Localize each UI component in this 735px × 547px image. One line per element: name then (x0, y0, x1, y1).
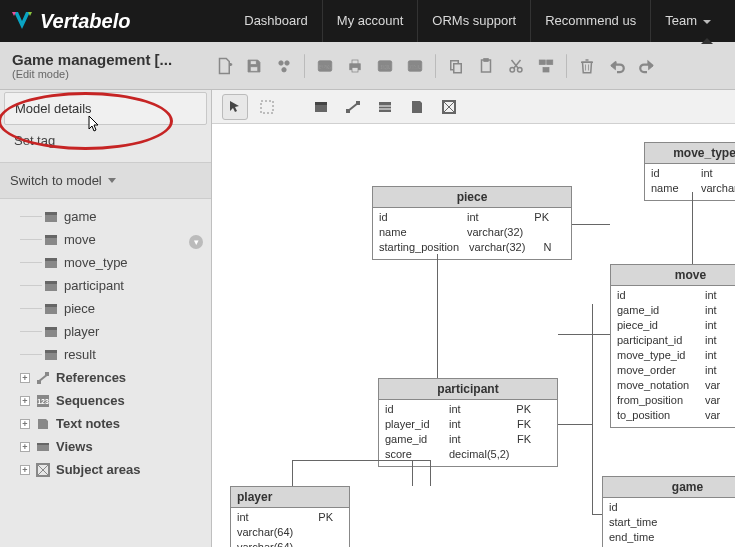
nav-my-account[interactable]: My account (322, 0, 417, 42)
svg-rect-29 (45, 212, 57, 215)
paste-button[interactable] (474, 54, 498, 78)
pointer-tool[interactable] (222, 94, 248, 120)
switch-label: Switch to model (10, 173, 102, 188)
delete-button[interactable] (575, 54, 599, 78)
toolbar-separator (304, 54, 305, 78)
diagram-canvas[interactable]: piece idintPK namevarchar(32) starting_p… (212, 124, 735, 547)
svg-point-6 (285, 60, 290, 65)
entity-header: move_type (645, 143, 735, 164)
area-icon (36, 463, 50, 477)
share-button[interactable] (272, 54, 296, 78)
expand-icon[interactable]: + (20, 396, 30, 406)
set-tag-menuitem[interactable]: Set tag (4, 125, 207, 156)
tree-group-subject-areas[interactable]: +Subject areas (20, 458, 207, 481)
edit-mode-label: (Edit mode) (12, 68, 206, 80)
svg-rect-49 (261, 101, 273, 113)
relationship-line (692, 192, 693, 264)
svg-text:PNG: PNG (319, 64, 330, 70)
entity-move[interactable]: move idint game_idint piece_idint partic… (610, 264, 735, 428)
sidebar: Model details Set tag Switch to model ▾ … (0, 90, 212, 547)
svg-rect-18 (454, 63, 462, 72)
entity-piece[interactable]: piece idintPK namevarchar(32) starting_p… (372, 186, 572, 260)
copy-button[interactable] (444, 54, 468, 78)
relationship-line (292, 460, 293, 486)
svg-rect-11 (352, 60, 358, 64)
redo-button[interactable] (635, 54, 659, 78)
sequence-icon: 123 (36, 394, 50, 408)
expand-icon[interactable]: + (20, 465, 30, 475)
table-icon (44, 302, 58, 316)
entity-header: game (603, 477, 735, 498)
svg-rect-25 (543, 67, 549, 72)
note-icon (36, 417, 50, 431)
add-note-tool[interactable] (404, 94, 430, 120)
svg-rect-42 (37, 380, 41, 384)
export-png-button[interactable]: PNG (313, 54, 337, 78)
topnav-items: Dashboard My account ORMs support Recomm… (230, 0, 725, 42)
table-icon (44, 279, 58, 293)
export-sql-button[interactable]: SQL (373, 54, 397, 78)
svg-rect-51 (315, 102, 327, 105)
relationship-line (437, 254, 438, 378)
tree-table-participant[interactable]: participant (20, 274, 207, 297)
svg-point-7 (282, 67, 287, 72)
svg-rect-41 (45, 350, 57, 353)
expand-icon[interactable]: + (20, 419, 30, 429)
svg-rect-37 (45, 304, 57, 307)
model-tree: game move move_type participant piece pl… (0, 199, 211, 487)
marquee-tool[interactable] (254, 94, 280, 120)
tree-table-move-type[interactable]: move_type (20, 251, 207, 274)
add-table-tool[interactable] (308, 94, 334, 120)
add-reference-tool[interactable] (340, 94, 366, 120)
autoformat-button[interactable] (534, 54, 558, 78)
table-icon (44, 256, 58, 270)
svg-rect-24 (547, 60, 553, 65)
collapse-sidebar-button[interactable]: ▾ (189, 235, 203, 249)
relationship-line (412, 460, 413, 486)
expand-icon[interactable]: + (20, 442, 30, 452)
relationship-line (558, 334, 610, 335)
tree-group-references[interactable]: +References (20, 366, 207, 389)
nav-team[interactable]: Team (650, 0, 725, 42)
relationship-line (572, 224, 610, 225)
nav-recommend-us[interactable]: Recommend us (530, 0, 650, 42)
tree-group-sequences[interactable]: +123Sequences (20, 389, 207, 412)
entity-header: move (611, 265, 735, 286)
tree-table-game[interactable]: game (20, 205, 207, 228)
undo-button[interactable] (605, 54, 629, 78)
add-area-tool[interactable] (436, 94, 462, 120)
entity-header: piece (373, 187, 571, 208)
entity-game[interactable]: game id start_time end_time max_number_o… (602, 476, 735, 547)
new-document-button[interactable] (212, 54, 236, 78)
tree-table-player[interactable]: player (20, 320, 207, 343)
svg-rect-39 (45, 327, 57, 330)
entity-player[interactable]: player intPK varchar(64) varchar(64) var… (230, 486, 350, 547)
save-button[interactable] (242, 54, 266, 78)
svg-rect-33 (45, 258, 57, 261)
svg-rect-52 (346, 109, 350, 113)
top-navigation: Vertabelo Dashboard My account ORMs supp… (0, 0, 735, 42)
tree-table-result[interactable]: result (20, 343, 207, 366)
toolbar-separator (566, 54, 567, 78)
brand-name: Vertabelo (40, 10, 130, 33)
tree-group-views[interactable]: +Views (20, 435, 207, 458)
svg-text:123: 123 (37, 398, 49, 405)
nav-dashboard[interactable]: Dashboard (230, 0, 322, 42)
expand-icon[interactable]: + (20, 373, 30, 383)
reference-icon (36, 371, 50, 385)
svg-rect-31 (45, 235, 57, 238)
nav-orms-support[interactable]: ORMs support (417, 0, 530, 42)
export-xml-button[interactable]: XML (403, 54, 427, 78)
brand-logo[interactable]: Vertabelo (10, 9, 130, 33)
context-menu: Model details Set tag (4, 92, 207, 156)
cut-button[interactable] (504, 54, 528, 78)
print-button[interactable] (343, 54, 367, 78)
tree-group-text-notes[interactable]: +Text notes (20, 412, 207, 435)
add-view-tool[interactable] (372, 94, 398, 120)
tree-table-move[interactable]: move (20, 228, 207, 251)
entity-move-type[interactable]: move_type idint namevarchar (644, 142, 735, 201)
tree-table-piece[interactable]: piece (20, 297, 207, 320)
switch-to-model-dropdown[interactable]: Switch to model (0, 162, 211, 199)
model-details-menuitem[interactable]: Model details (4, 92, 207, 125)
entity-participant[interactable]: participant idintPK player_idintFK game_… (378, 378, 558, 467)
